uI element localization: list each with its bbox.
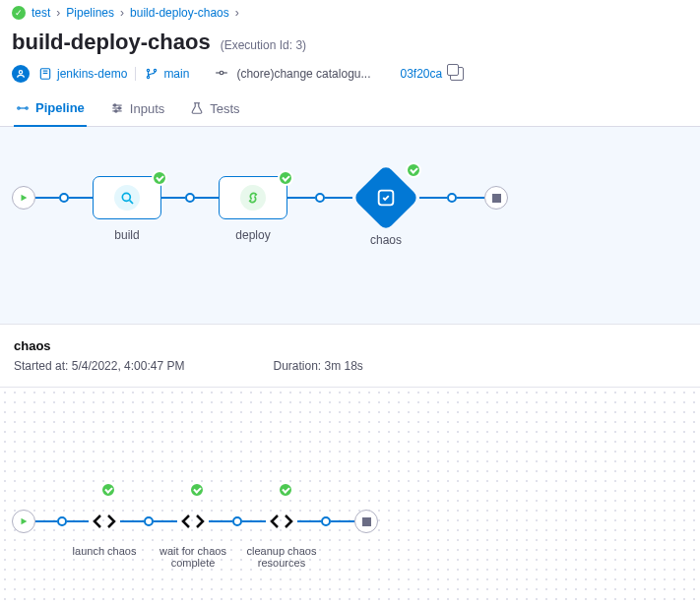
started-value: 5/4/2022, 4:00:47 PM <box>72 359 185 373</box>
page-heading: build-deploy-chaos (Execution Id: 3) <box>0 26 700 65</box>
chevron-right-icon: › <box>120 6 124 20</box>
svg-point-11 <box>26 106 28 108</box>
stage-label: deploy <box>220 228 286 242</box>
step-label: wait for chaos complete <box>144 545 242 569</box>
connector-dot <box>232 516 242 526</box>
svg-point-17 <box>118 107 120 109</box>
page-title: build-deploy-chaos <box>12 30 211 55</box>
check-icon <box>189 482 205 498</box>
tab-label: Tests <box>210 101 239 116</box>
start-node[interactable] <box>12 186 35 210</box>
stage-label: build <box>94 228 160 242</box>
step-label: launch chaos <box>55 545 154 557</box>
svg-point-6 <box>148 76 150 78</box>
svg-point-10 <box>18 106 20 108</box>
end-node[interactable] <box>354 510 378 533</box>
start-node[interactable] <box>12 510 35 533</box>
svg-point-4 <box>148 69 150 71</box>
copy-icon[interactable] <box>450 67 464 81</box>
tab-bar: Pipeline Inputs Tests <box>0 91 700 127</box>
tab-pipeline[interactable]: Pipeline <box>14 91 87 127</box>
repo-icon <box>37 66 53 82</box>
duration-value: 3m 18s <box>325 359 363 373</box>
stage-deploy[interactable]: deploy <box>219 176 287 219</box>
tab-tests[interactable]: Tests <box>188 91 241 126</box>
end-node[interactable] <box>484 186 508 210</box>
started-label: Started at: <box>14 359 68 373</box>
meta-bar: jenkins-demo main (chore)change catalogu… <box>0 65 700 91</box>
connector-dot <box>185 193 195 203</box>
svg-point-18 <box>115 110 117 112</box>
svg-point-0 <box>19 71 22 74</box>
tab-label: Pipeline <box>35 100 85 115</box>
step-cleanup-chaos[interactable]: cleanup chaos resources <box>266 506 297 537</box>
stage-chaos[interactable]: chaos <box>352 164 419 231</box>
check-icon <box>278 482 293 498</box>
connector-dot <box>59 193 69 203</box>
connector-dot <box>144 516 154 526</box>
step-wait-for-chaos[interactable]: wait for chaos complete <box>177 506 209 537</box>
shield-icon: ✓ <box>12 6 26 20</box>
check-icon <box>278 170 293 186</box>
step-label: cleanup chaos resources <box>232 545 331 569</box>
pipeline-canvas: build deploy chaos <box>0 127 700 324</box>
svg-line-21 <box>130 201 133 204</box>
steps-canvas: launch chaos wait for chaos complete cle… <box>0 387 700 605</box>
breadcrumb-item[interactable]: test <box>32 6 50 20</box>
connector-dot <box>447 193 457 203</box>
branch-name: main <box>163 67 189 81</box>
svg-point-7 <box>221 71 224 75</box>
check-icon <box>100 482 116 498</box>
connector-dot <box>321 516 331 526</box>
details-name: chaos <box>14 338 686 353</box>
check-icon <box>406 162 421 178</box>
step-launch-chaos[interactable]: launch chaos <box>89 506 120 537</box>
svg-point-16 <box>113 104 115 106</box>
connector-dot <box>315 193 325 203</box>
commit-icon <box>215 66 228 83</box>
stage-label: chaos <box>352 233 419 247</box>
branch-chip[interactable]: main <box>144 66 189 82</box>
chevron-right-icon: › <box>56 6 60 20</box>
repo-name: jenkins-demo <box>57 67 127 81</box>
stage-build[interactable]: build <box>93 176 161 219</box>
connector-dot <box>57 516 67 526</box>
commit-message: (chore)change catalogu... <box>236 67 370 81</box>
breadcrumb: ✓ test › Pipelines › build-deploy-chaos … <box>0 0 700 26</box>
duration-label: Duration: <box>273 359 321 373</box>
chevron-right-icon: › <box>235 6 239 20</box>
tab-label: Inputs <box>130 101 164 116</box>
trigger-user-icon[interactable] <box>12 65 30 83</box>
svg-point-20 <box>122 193 130 201</box>
tab-inputs[interactable]: Inputs <box>108 91 166 126</box>
stage-details: chaos Started at: 5/4/2022, 4:00:47 PM D… <box>0 324 700 387</box>
breadcrumb-item[interactable]: Pipelines <box>66 6 114 20</box>
execution-id: (Execution Id: 3) <box>221 38 306 52</box>
breadcrumb-item[interactable]: build-deploy-chaos <box>130 6 229 20</box>
svg-point-5 <box>155 69 157 71</box>
branch-icon <box>144 66 159 82</box>
check-icon <box>152 170 167 186</box>
repo-chip[interactable]: jenkins-demo <box>37 66 127 82</box>
separator <box>135 67 136 81</box>
commit-sha[interactable]: 03f20ca <box>400 67 442 81</box>
